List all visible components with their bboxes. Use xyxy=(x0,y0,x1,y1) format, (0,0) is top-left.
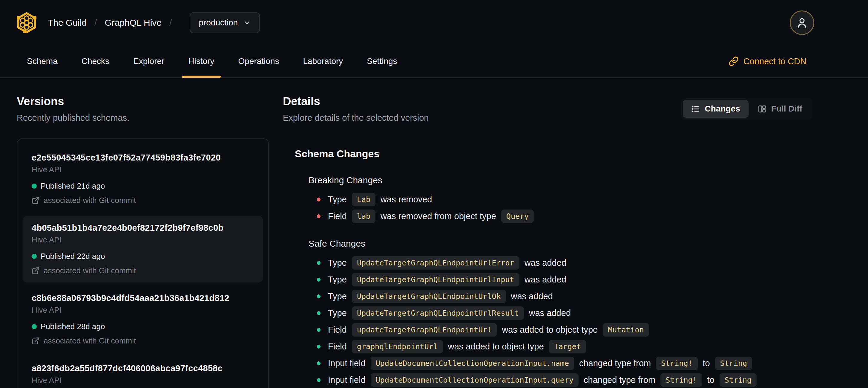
main-content: Versions Recently published schemas. e2e… xyxy=(0,78,868,388)
change-item: TypeUpdateTargetGraphQLEndpointUrlOkwas … xyxy=(317,289,812,303)
tab-history[interactable]: History xyxy=(182,46,221,77)
connect-to-cdn-label: Connect to CDN xyxy=(743,57,806,66)
change-code-badge: updateTargetGraphQLEndpointUrl xyxy=(352,323,497,336)
change-text: was removed xyxy=(380,195,432,205)
published-status: Published 22d ago xyxy=(32,252,254,261)
project-link[interactable]: GraphQL Hive xyxy=(104,18,162,28)
version-card[interactable]: 4b05ab51b1b4a7e2e4b0ef82172f2b9f7ef98c0b… xyxy=(23,216,263,282)
git-commit-link[interactable]: associated with Git commit xyxy=(32,196,254,205)
version-card[interactable]: e2e55045345ce13fe07f52a77459b83fa3fe7020… xyxy=(23,146,263,212)
change-text: Type xyxy=(328,258,347,268)
change-text: Type xyxy=(328,292,347,301)
change-code-badge: UpdateTargetGraphQLEndpointUrlResult xyxy=(352,306,524,320)
external-link-icon xyxy=(32,197,40,205)
change-item: Fieldlabwas removed from object typeQuer… xyxy=(317,209,812,223)
published-dot xyxy=(32,254,37,259)
change-text: changed type from xyxy=(579,358,651,368)
change-text: was added to object type xyxy=(502,325,598,335)
tab-laboratory[interactable]: Laboratory xyxy=(296,46,349,77)
avatar-button[interactable] xyxy=(790,10,814,35)
breadcrumb: The Guild / GraphQL Hive / production xyxy=(17,12,260,33)
change-text: Field xyxy=(328,342,347,352)
versions-panel: Versions Recently published schemas. e2e… xyxy=(17,95,269,388)
change-item: TypeUpdateTargetGraphQLEndpointUrlInputw… xyxy=(317,273,812,287)
change-item: FieldgraphqlEndpointUrlwas added to obje… xyxy=(317,339,812,353)
change-item: TypeUpdateTargetGraphQLEndpointUrlErrorw… xyxy=(317,256,812,270)
git-commit-link[interactable]: associated with Git commit xyxy=(32,266,254,275)
person-icon xyxy=(796,17,808,29)
safe-changes-group: Safe Changes TypeUpdateTargetGraphQLEndp… xyxy=(295,239,812,387)
chevron-down-icon xyxy=(243,19,251,27)
change-item: TypeUpdateTargetGraphQLEndpointUrlResult… xyxy=(317,306,812,320)
change-text: Type xyxy=(328,195,347,205)
full-diff-view-label: Full Diff xyxy=(771,104,802,114)
git-commit-label: associated with Git commit xyxy=(43,336,136,346)
tab-schema[interactable]: Schema xyxy=(20,46,64,77)
change-bullet xyxy=(317,278,320,281)
nav-tabs: SchemaChecksExplorerHistoryOperationsLab… xyxy=(20,46,404,77)
hive-logo-icon[interactable] xyxy=(17,12,36,33)
published-status: Published 21d ago xyxy=(32,181,254,191)
change-code-badge: String! xyxy=(660,374,702,387)
versions-subtitle: Recently published schemas. xyxy=(17,113,269,123)
change-bullet xyxy=(317,345,320,349)
change-bullet xyxy=(317,311,320,315)
version-service: Hive API xyxy=(32,376,254,385)
safe-changes-title: Safe Changes xyxy=(309,239,812,249)
published-dot xyxy=(32,324,37,329)
list-icon xyxy=(691,104,701,114)
change-code-badge: String! xyxy=(656,357,698,370)
change-text: to xyxy=(703,358,710,368)
change-bullet xyxy=(317,261,320,265)
schema-changes-title: Schema Changes xyxy=(295,148,812,160)
change-text: to xyxy=(707,375,714,385)
version-card[interactable]: a823f6db2a55df877dcf406006abca97fcc4858c… xyxy=(23,356,263,388)
breadcrumb-separator: / xyxy=(169,18,172,28)
tab-explorer[interactable]: Explorer xyxy=(127,46,171,77)
full-diff-view-button[interactable]: Full Diff xyxy=(749,100,811,118)
change-code-badge: UpdateTargetGraphQLEndpointUrlInput xyxy=(352,273,520,287)
change-bullet xyxy=(317,328,320,332)
change-bullet xyxy=(317,214,320,218)
breaking-changes-title: Breaking Changes xyxy=(309,175,812,185)
change-item: FieldupdateTargetGraphQLEndpointUrlwas a… xyxy=(317,323,812,336)
change-item: TypeLabwas removed xyxy=(317,192,812,206)
breaking-changes-group: Breaking Changes TypeLabwas removedField… xyxy=(295,175,812,223)
tab-checks[interactable]: Checks xyxy=(75,46,116,77)
change-text: was added xyxy=(511,292,553,301)
change-text: was added xyxy=(529,308,571,318)
version-service: Hive API xyxy=(32,305,254,315)
change-code-badge: UpdateTargetGraphQLEndpointUrlError xyxy=(352,256,520,270)
tab-settings[interactable]: Settings xyxy=(360,46,404,77)
git-commit-label: associated with Git commit xyxy=(43,266,136,275)
environment-selector[interactable]: production xyxy=(190,12,260,33)
version-card[interactable]: c8b6e88a06793b9c4dfd54aaa21b36a1b421d812… xyxy=(23,286,263,353)
org-link[interactable]: The Guild xyxy=(48,18,87,28)
environment-label: production xyxy=(198,18,238,28)
change-text: Input field xyxy=(328,358,366,368)
external-link-icon xyxy=(32,337,40,345)
change-item: Input fieldUpdateDocumentCollectionOpera… xyxy=(317,356,812,370)
change-text: Field xyxy=(328,211,347,221)
changes-view-button[interactable]: Changes xyxy=(683,100,748,118)
change-text: was added xyxy=(525,258,566,268)
breadcrumb-separator: / xyxy=(94,18,97,28)
connect-to-cdn-link[interactable]: Connect to CDN xyxy=(728,46,806,77)
change-bullet xyxy=(317,198,320,202)
change-code-badge: Mutation xyxy=(603,323,649,336)
change-bullet xyxy=(317,361,320,365)
tab-operations[interactable]: Operations xyxy=(231,46,285,77)
view-toggle: Changes Full Diff xyxy=(681,98,812,120)
change-text: Field xyxy=(328,325,347,335)
version-hash: 4b05ab51b1b4a7e2e4b0ef82172f2b9f7ef98c0b xyxy=(32,223,254,233)
columns-icon xyxy=(757,104,767,114)
version-hash: c8b6e88a06793b9c4dfd54aaa21b36a1b421d812 xyxy=(32,293,254,303)
version-list: e2e55045345ce13fe07f52a77459b83fa3fe7020… xyxy=(17,139,269,388)
version-hash: a823f6db2a55df877dcf406006abca97fcc4858c xyxy=(32,363,254,374)
git-commit-link[interactable]: associated with Git commit xyxy=(32,336,254,346)
change-text: Type xyxy=(328,308,347,318)
change-text: was added to object type xyxy=(448,342,544,352)
change-code-badge: UpdateTargetGraphQLEndpointUrlOk xyxy=(352,290,506,303)
version-hash: e2e55045345ce13fe07f52a77459b83fa3fe7020 xyxy=(32,153,254,162)
link-icon xyxy=(728,56,739,66)
